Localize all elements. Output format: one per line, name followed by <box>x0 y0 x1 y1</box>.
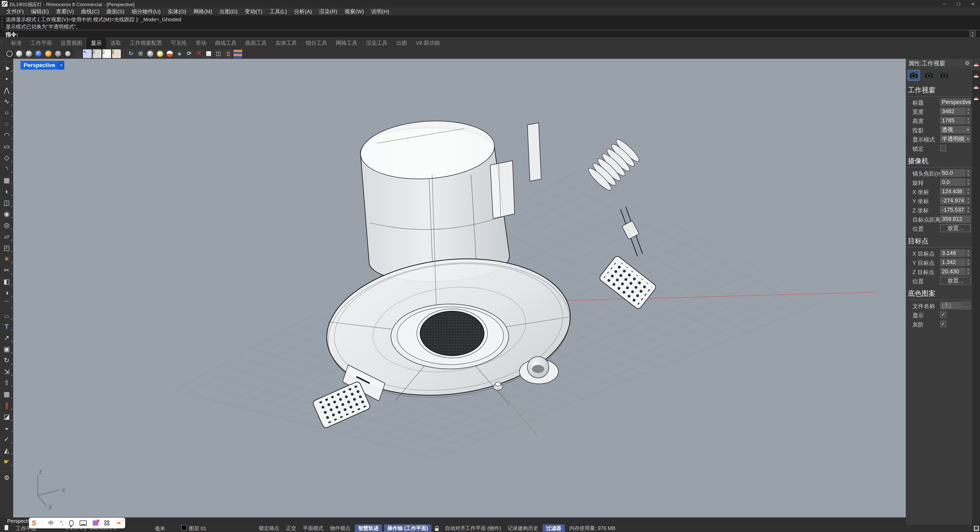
menu-item[interactable]: 渲染(R) <box>316 8 341 15</box>
perspective-viewport[interactable]: Perspective ▾ <box>13 59 906 518</box>
property-value-field[interactable]: -274.974 <box>940 197 966 205</box>
property-checkbox[interactable] <box>940 145 946 151</box>
viewport-canvas[interactable] <box>13 59 906 518</box>
display-mode-icon-xray[interactable] <box>54 49 62 58</box>
dock-tab-color-wheel[interactable] <box>972 70 980 81</box>
toolbar-tab[interactable]: 显示 <box>86 37 106 49</box>
toolbar-tab[interactable]: 细分工具 <box>301 37 331 49</box>
toolbar-tab[interactable]: 工作平面 <box>26 37 56 49</box>
tool-icon-orient[interactable]: ⇲ <box>0 366 13 377</box>
layer-color-swatch[interactable] <box>181 525 187 530</box>
property-value-field[interactable]: 50.0 <box>940 169 966 177</box>
menu-item[interactable]: 视窗(W) <box>341 8 368 15</box>
view-tool-icon-half-sphere[interactable] <box>146 49 154 58</box>
place-button[interactable]: 放置... <box>940 277 971 284</box>
menu-item[interactable]: 曲线(C) <box>78 8 103 15</box>
value-spinner[interactable]: ▲▼ <box>966 187 971 195</box>
menu-item[interactable]: 出图(D) <box>216 8 241 15</box>
display-mode-icon-pen[interactable] <box>93 49 101 58</box>
display-mode-icon-pen-paper[interactable] <box>112 49 121 58</box>
view-tool-icon-monitor[interactable] <box>204 49 213 58</box>
value-spinner[interactable]: ▲▼ <box>966 117 971 124</box>
status-toggle[interactable]: 自动对齐工作平面 (物件) <box>442 524 504 532</box>
status-toggle[interactable]: 物件锁点 <box>327 524 354 532</box>
resize-grip[interactable] <box>974 526 979 531</box>
tool-icon-point[interactable]: • <box>0 73 13 84</box>
value-spinner[interactable]: ▲▼ <box>966 259 971 266</box>
view-tool-icon-rotate-view[interactable] <box>126 49 135 58</box>
tool-icon-arc[interactable]: ◠ <box>0 129 13 141</box>
toolbar-tab[interactable]: V8 新功能 <box>411 37 444 49</box>
property-value-field[interactable]: 1785 <box>940 117 966 124</box>
tool-icon-split[interactable]: ◧ <box>0 276 13 287</box>
skin-icon[interactable] <box>93 521 98 526</box>
tool-icon-surface-plane[interactable]: ▱ <box>0 231 13 242</box>
tool-icon-explode-parts[interactable]: ◰ <box>0 242 13 253</box>
dock-tab-help[interactable] <box>972 93 980 104</box>
property-checkbox[interactable] <box>940 321 946 327</box>
status-toggle[interactable]: 智慧轨迹 <box>355 524 382 532</box>
tool-icon-circle[interactable]: ○ <box>0 107 13 118</box>
tool-icon-check[interactable]: ✓ <box>0 434 13 445</box>
toolbar-tab[interactable]: 网格工具 <box>331 37 362 49</box>
property-value-field[interactable]: 20.430 <box>940 268 966 275</box>
toolbar-tab[interactable]: 标准 <box>6 37 26 49</box>
viewport-title-dropdown[interactable]: ▾ <box>58 61 65 70</box>
tool-icon-solid-box[interactable]: ◫ <box>0 197 13 208</box>
tool-icon-select[interactable]: ▲ <box>0 62 13 73</box>
tool-icon-torus[interactable]: ◎ <box>0 219 13 231</box>
property-value-field[interactable]: 1.342 <box>940 259 966 266</box>
property-value-field[interactable]: 半透明模式 <box>940 135 965 143</box>
view-tool-icon-uv-grid[interactable] <box>234 49 242 58</box>
lock-icon[interactable] <box>435 526 439 531</box>
menu-item[interactable]: 文件(F) <box>3 8 27 15</box>
property-value-field[interactable]: 0.0 <box>940 178 966 186</box>
minimize-button[interactable]: – <box>937 0 951 8</box>
property-value-field[interactable]: 359.812 <box>940 215 971 223</box>
property-value-field[interactable]: 124.438 <box>940 187 966 195</box>
command-grip[interactable] <box>0 15 4 37</box>
display-mode-icon-rendered[interactable] <box>34 49 43 58</box>
tool-icon-blend-curve[interactable]: ⌒ <box>0 299 13 310</box>
dock-tab-properties[interactable] <box>972 59 980 70</box>
view-tool-icon-no-display[interactable] <box>194 49 203 58</box>
value-spinner[interactable]: ▲▼ <box>966 197 971 205</box>
tool-icon-surface-sweep[interactable]: ◗ <box>0 186 13 197</box>
toolbar-tab[interactable]: 曲线工具 <box>211 37 241 49</box>
sogou-logo-icon[interactable]: S <box>32 519 36 527</box>
viewport-title-menu[interactable]: Perspective ▾ <box>21 61 64 70</box>
toolbar-tab[interactable]: 渲染工具 <box>362 37 392 49</box>
tool-icon-explode[interactable]: ☀ <box>0 253 13 265</box>
menu-item[interactable]: 编辑(E) <box>27 8 52 15</box>
view-tool-icon-color-pen[interactable] <box>224 49 232 58</box>
downlight-model[interactable] <box>312 117 657 429</box>
tool-icon-rotate[interactable]: ↻ <box>0 355 13 366</box>
panel-tab-display-properties[interactable] <box>923 70 935 80</box>
chinese-mode-icon[interactable]: 中 <box>48 519 54 527</box>
toolbar-tab[interactable]: 工作视窗配置 <box>126 37 166 49</box>
tool-icon-boolean-spheres[interactable]: ◉ <box>0 208 13 219</box>
tool-icon-scale[interactable]: ∥ <box>0 400 13 411</box>
tool-icon-move[interactable]: ↗ <box>0 332 13 343</box>
value-spinner[interactable]: ▲▼ <box>966 178 971 186</box>
dock-tab-display[interactable] <box>972 81 980 93</box>
panel-tab-render-properties[interactable] <box>939 70 950 80</box>
property-value-field[interactable]: 3482 <box>940 108 966 115</box>
tool-icon-rectangle[interactable]: ▭ <box>0 141 13 152</box>
menu-item[interactable]: 实体(O) <box>164 8 190 15</box>
viewport-title[interactable]: Perspective <box>21 61 58 70</box>
tool-icon-gumball[interactable]: ☛ <box>0 456 13 467</box>
value-spinner[interactable]: ▲▼ <box>966 169 971 177</box>
ime-toolbar[interactable]: S 中 °, <box>29 518 125 529</box>
tool-icon-extrude[interactable]: ⇧ <box>0 377 13 388</box>
panel-gear-icon[interactable]: ⚙ <box>965 60 970 67</box>
browse-button[interactable]: ... <box>963 302 971 310</box>
toolbar-tab[interactable]: 设置视图 <box>56 37 86 49</box>
pane-icon[interactable] <box>5 525 8 530</box>
tool-icon-surface-tools[interactable]: ◪ <box>0 411 13 422</box>
menu-item[interactable]: 分析(A) <box>291 8 316 15</box>
maximize-button[interactable]: □ <box>951 0 966 8</box>
tool-icon-array[interactable]: ▦ <box>0 388 13 400</box>
value-spinner[interactable]: ▲▼ <box>966 249 971 257</box>
view-tool-icon-camera-view[interactable] <box>175 49 184 58</box>
